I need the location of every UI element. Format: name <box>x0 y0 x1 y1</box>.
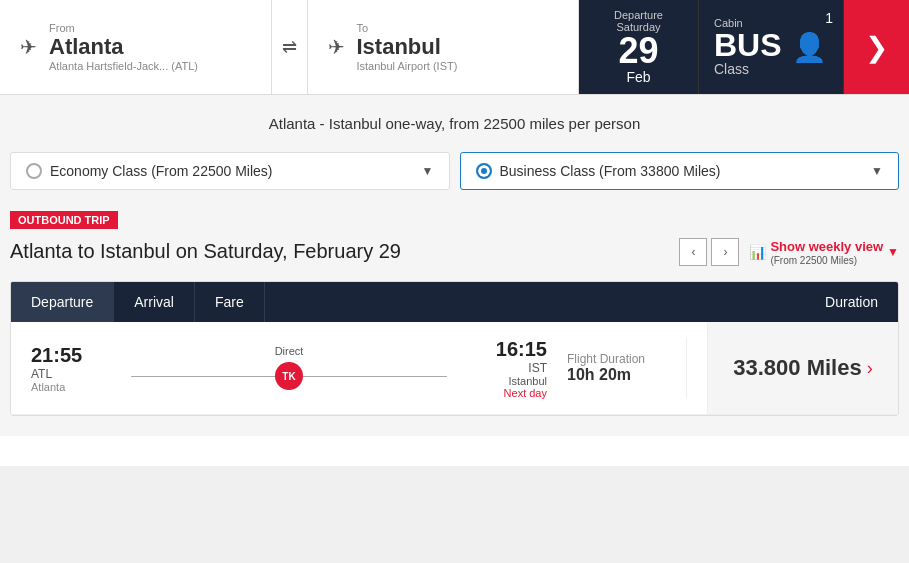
chevron-down-icon: ▼ <box>422 164 434 178</box>
plane-arrive-icon: ✈ <box>328 35 345 59</box>
arr-name: Istanbul <box>467 375 547 387</box>
from-city: Atlanta <box>49 34 198 60</box>
economy-label: Economy Class (From 22500 Miles) <box>50 163 273 179</box>
business-radio <box>476 163 492 179</box>
departure-section[interactable]: Departure Saturday 29 Feb <box>579 0 699 94</box>
business-dropdown[interactable]: Business Class (From 33800 Miles) ▼ <box>460 152 900 190</box>
from-section[interactable]: ✈ From Atlanta Atlanta Hartsfield-Jack..… <box>0 0 272 94</box>
weekly-view-sub: (From 22500 Miles) <box>770 255 883 266</box>
arr-nextday: Next day <box>467 387 547 399</box>
table-header: Departure Arrival Fare Duration <box>11 282 898 322</box>
arr-time-value: 16:15 <box>467 338 547 361</box>
th-fare[interactable]: Fare <box>195 282 265 322</box>
swap-button[interactable]: ⇌ <box>272 0 308 94</box>
to-airport: Istanbul Airport (IST) <box>357 60 458 72</box>
trip-title: Atlanta to Istanbul on Saturday, Februar… <box>10 240 401 263</box>
date-nav: ‹ › <box>679 238 739 266</box>
cabin-count: 1 <box>825 10 833 26</box>
search-header: ✈ From Atlanta Atlanta Hartsfield-Jack..… <box>0 0 909 95</box>
table-row: 21:55 ATL Atlanta Direct TK 16:15 IST Is… <box>11 322 898 415</box>
price-cell[interactable]: 33.800 Miles › <box>708 322 898 414</box>
arr-code: IST <box>467 361 547 375</box>
airline-logo: TK <box>275 362 303 390</box>
person-icon: 👤 <box>792 31 827 64</box>
swap-icon: ⇌ <box>282 36 297 58</box>
dep-code: ATL <box>31 367 111 381</box>
flight-row-main: 21:55 ATL Atlanta Direct TK 16:15 IST Is… <box>11 322 708 414</box>
route-subtitle: Atlanta - Istanbul one-way, from 22500 m… <box>10 115 899 132</box>
next-date-button[interactable]: › <box>711 238 739 266</box>
departure-date: 29 <box>618 33 658 69</box>
chart-icon: 📊 <box>749 244 766 260</box>
plane-depart-icon: ✈ <box>20 35 37 59</box>
from-label: From <box>49 22 198 34</box>
weekly-view-label: Show weekly view <box>770 239 883 254</box>
chevron-down-icon-2: ▼ <box>871 164 883 178</box>
economy-radio <box>26 163 42 179</box>
cabin-section[interactable]: Cabin BUS Class 1 👤 <box>699 0 844 94</box>
arrow-icon: ❯ <box>865 31 888 64</box>
cabin-class-word: Class <box>714 61 782 77</box>
dep-name: Atlanta <box>31 381 111 393</box>
th-arrival[interactable]: Arrival <box>114 282 195 322</box>
results-table: Departure Arrival Fare Duration 21:55 AT… <box>10 281 899 416</box>
dep-time-value: 21:55 <box>31 344 111 367</box>
weekly-view-button[interactable]: 📊 Show weekly view (From 22500 Miles) ▼ <box>749 237 899 266</box>
economy-dropdown[interactable]: Economy Class (From 22500 Miles) ▼ <box>10 152 450 190</box>
duration-info: Flight Duration 10h 20m <box>547 337 687 399</box>
duration-value: 10h 20m <box>567 366 666 384</box>
price-arrow-icon: › <box>867 358 873 379</box>
search-button[interactable]: ❯ <box>844 0 909 94</box>
departure-time-cell: 21:55 ATL Atlanta <box>31 344 111 393</box>
th-departure[interactable]: Departure <box>11 282 114 322</box>
th-duration[interactable]: Duration <box>805 282 898 322</box>
outbound-tag: OUTBOUND TRIP <box>10 211 118 229</box>
weekly-chevron-icon: ▼ <box>887 245 899 259</box>
trip-controls: ‹ › 📊 Show weekly view (From 22500 Miles… <box>679 237 899 266</box>
flight-line: Direct TK <box>111 345 467 391</box>
departure-label: Departure <box>614 9 663 21</box>
business-label: Business Class (From 33800 Miles) <box>500 163 721 179</box>
from-airport: Atlanta Hartsfield-Jack... (ATL) <box>49 60 198 72</box>
prev-date-button[interactable]: ‹ <box>679 238 707 266</box>
main-content: Atlanta - Istanbul one-way, from 22500 m… <box>0 95 909 436</box>
to-section[interactable]: ✈ To Istanbul Istanbul Airport (IST) <box>308 0 580 94</box>
departure-month: Feb <box>626 69 650 85</box>
to-city: Istanbul <box>357 34 458 60</box>
bottom-bar <box>0 436 909 466</box>
direct-label: Direct <box>275 345 304 357</box>
trip-header: Atlanta to Istanbul on Saturday, Februar… <box>10 237 899 266</box>
price-value: 33.800 Miles <box>733 355 861 381</box>
class-selector: Economy Class (From 22500 Miles) ▼ Busin… <box>10 152 899 190</box>
arrival-time-cell: 16:15 IST Istanbul Next day <box>467 338 547 399</box>
cabin-class-code: BUS <box>714 29 782 61</box>
to-label: To <box>357 22 458 34</box>
duration-label: Flight Duration <box>567 352 666 366</box>
